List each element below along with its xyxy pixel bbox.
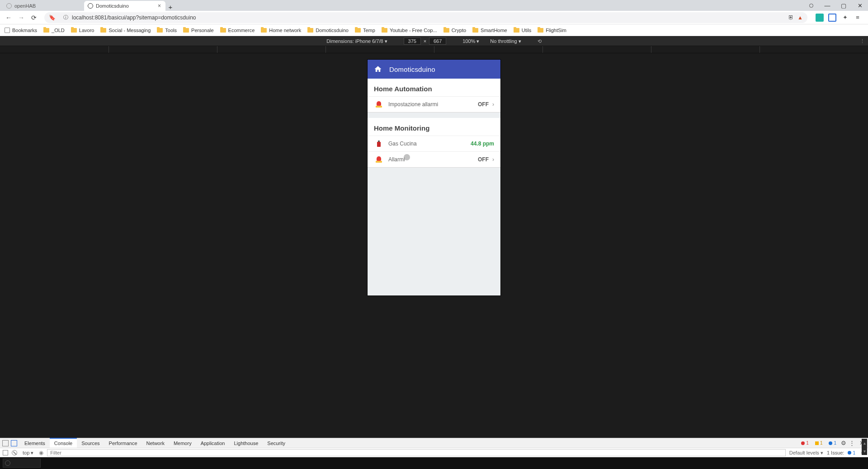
toggle-device-icon[interactable] <box>11 440 17 446</box>
tab-title: Domoticsduino <box>96 3 129 9</box>
issues-label: 1 Issue: <box>827 450 844 455</box>
folder-icon <box>355 28 361 33</box>
devtools-tab-memory[interactable]: Memory <box>169 438 196 448</box>
new-tab-button[interactable]: + <box>165 3 175 11</box>
favicon-domoticsduino <box>88 3 93 9</box>
badge-count: 1 <box>834 441 836 446</box>
back-button[interactable]: ← <box>4 13 14 23</box>
inspect-icon[interactable] <box>2 440 9 446</box>
devtools-tab-network[interactable]: Network <box>142 438 169 448</box>
item-label: Gas Cucina <box>388 141 471 147</box>
bookmark-folder-personale[interactable]: Personale <box>183 28 214 33</box>
bookmark-folder-flightsim[interactable]: FlightSim <box>538 28 566 33</box>
devtools-more-icon[interactable]: ⋮ <box>849 440 855 446</box>
zoom-dropdown[interactable]: 100% ▾ <box>462 38 479 44</box>
folder-icon <box>100 28 106 33</box>
folder-icon <box>71 28 77 33</box>
menu-icon[interactable]: ≡ <box>854 14 862 22</box>
bookmark-folder-lavoro[interactable]: Lavoro <box>71 28 94 33</box>
item-impostazione-allarmi[interactable]: Impostazione allarmi OFF › <box>368 96 500 112</box>
device-viewport-area: Domoticsduino Home Automation Impostazio… <box>0 53 868 438</box>
bookmark-folder-tools[interactable]: Tools <box>157 28 177 33</box>
devtools-tab-application[interactable]: Application <box>196 438 230 448</box>
info-badge[interactable]: 1 <box>827 441 838 446</box>
scrollbar-down-icon[interactable]: ▾ <box>862 447 867 455</box>
ext-icon-blue[interactable] <box>828 14 836 22</box>
clear-console-icon[interactable] <box>12 450 17 455</box>
bookmark-folder-smarthome[interactable]: SmartHome <box>472 28 507 33</box>
bookmark-folder-youtube[interactable]: Youtube - Free Cop... <box>382 28 437 33</box>
devtools-tab-console[interactable]: Console <box>50 438 77 448</box>
bookmark-folder-social[interactable]: Social - Messaging <box>100 28 151 33</box>
rotate-icon[interactable]: ⟲ <box>538 38 542 44</box>
minimize-icon[interactable]: — <box>819 2 835 9</box>
bookmark-folder-utils[interactable]: Utils <box>514 28 531 33</box>
badge-count: 1 <box>820 441 823 446</box>
devtools-tab-bar: Elements Console Sources Performance Net… <box>0 438 868 448</box>
devtools-settings-icon[interactable]: ⚙ <box>841 440 846 446</box>
home-icon[interactable] <box>374 65 382 73</box>
dimension-x: × <box>424 38 426 44</box>
url-text: localhost:8081/basicui/app?sitemap=domot… <box>72 14 784 21</box>
tab-label: Security <box>267 441 285 446</box>
maximize-icon[interactable]: ▢ <box>835 2 852 9</box>
log-levels-dropdown[interactable]: Default levels ▾ <box>789 450 827 456</box>
tab-label: Elements <box>24 441 45 446</box>
reload-button[interactable]: ⟳ <box>29 13 39 23</box>
pip-icon[interactable] <box>803 2 819 9</box>
bookmark-folder-crypto[interactable]: Crypto <box>443 28 466 33</box>
alarm-icon <box>374 156 384 163</box>
console-sidebar-toggle-icon[interactable] <box>3 450 8 455</box>
warning-badge[interactable]: 1 <box>813 441 825 446</box>
bookmark-folder-temp[interactable]: Temp <box>355 28 375 33</box>
browser-tab-domoticsduino[interactable]: Domoticsduino × <box>84 1 165 11</box>
bookmarks-manager[interactable]: Bookmarks <box>5 28 37 33</box>
devtools-tab-performance[interactable]: Performance <box>104 438 142 448</box>
alarm-icon <box>374 101 384 108</box>
site-info-icon[interactable]: ⓘ <box>63 14 68 21</box>
forward-button[interactable]: → <box>16 13 26 23</box>
devtools-tab-elements[interactable]: Elements <box>20 438 50 448</box>
extensions-icon[interactable]: ✦ <box>841 14 849 22</box>
console-filter-input[interactable] <box>47 449 785 456</box>
address-bar: ← → ⟳ 🔖 ⓘ localhost:8081/basicui/app?sit… <box>0 11 868 24</box>
close-tab-icon[interactable]: × <box>158 3 161 9</box>
taskbar-app[interactable] <box>3 459 41 468</box>
url-box[interactable]: 🔖 ⓘ localhost:8081/basicui/app?sitemap=d… <box>44 12 807 23</box>
bookmark-folder-homenetwork[interactable]: Home network <box>261 28 301 33</box>
device-width-input[interactable] <box>404 38 421 45</box>
throttling-dropdown[interactable]: No throttling ▾ <box>490 38 521 44</box>
close-window-icon[interactable]: ✕ <box>852 2 868 9</box>
live-expression-icon[interactable]: ◉ <box>39 450 43 456</box>
issues-indicator[interactable]: 1 Issue: 1 <box>827 450 861 455</box>
console-context-dropdown[interactable]: top ▾ <box>21 450 35 456</box>
devtools-tab-sources[interactable]: Sources <box>77 438 104 448</box>
browser-tab-strip: openHAB Domoticsduino × + — ▢ ✕ <box>0 0 868 11</box>
bookmark-page-icon[interactable]: 🔖 <box>49 14 56 21</box>
folder-icon <box>472 28 478 33</box>
device-height-input[interactable] <box>429 38 446 45</box>
browser-tab-openhab[interactable]: openHAB <box>3 1 84 11</box>
item-gas-cucina[interactable]: Gas Cucina 44.8 ppm <box>368 136 500 151</box>
scrollbar-up-icon[interactable]: ▴ <box>862 439 867 447</box>
device-toolbar-more-icon[interactable]: ⋮ <box>860 38 865 44</box>
ext-icon-teal[interactable] <box>816 14 824 22</box>
section-home-monitoring: Home Monitoring Gas Cucina 44.8 ppm Alla… <box>368 118 500 168</box>
devtools-tab-lighthouse[interactable]: Lighthouse <box>229 438 263 448</box>
bookmark-label: Personale <box>191 28 214 33</box>
app-header: Domoticsduino <box>368 60 500 79</box>
error-badge[interactable]: 1 <box>799 441 811 446</box>
device-dimensions-dropdown[interactable]: Dimensions: iPhone 6/7/8 ▾ <box>326 38 387 44</box>
app-title: Domoticsduino <box>389 66 435 73</box>
shield-icon[interactable]: ⛨ <box>788 14 794 21</box>
brave-rewards-icon[interactable]: ▲ <box>797 14 803 21</box>
folder-icon <box>443 28 449 33</box>
tab-title: openHAB <box>14 3 36 9</box>
bookmark-folder-ecommerce[interactable]: Ecommerce <box>220 28 255 33</box>
item-allarmi[interactable]: Allarmi OFF › <box>368 151 500 167</box>
devtools-tab-security[interactable]: Security <box>263 438 290 448</box>
bookmark-folder-domoticsduino[interactable]: Domoticsduino <box>307 28 349 33</box>
folder-icon <box>183 28 189 33</box>
bookmark-folder-old[interactable]: _OLD <box>43 28 65 33</box>
bookmark-label: Domoticsduino <box>316 28 349 33</box>
